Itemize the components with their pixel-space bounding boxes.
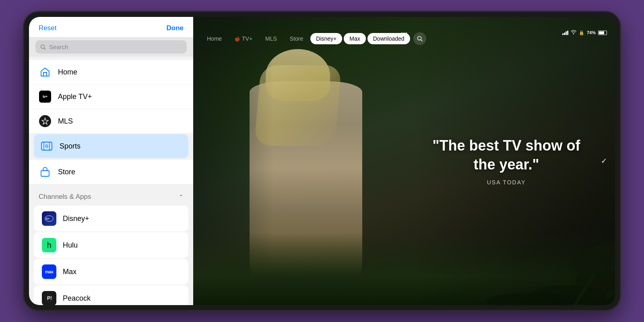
quote-text: "The best TV show of the year."	[422, 136, 591, 174]
channel-item-peacock[interactable]: P! Peacock	[34, 285, 188, 305]
lock-icon: 🔒	[579, 30, 584, 35]
reset-button[interactable]: Reset	[39, 24, 56, 32]
nav-item-home[interactable]: Home	[201, 33, 227, 44]
battery-fill	[599, 31, 604, 34]
svg-line-11	[44, 48, 46, 50]
search-placeholder: Search	[49, 43, 68, 50]
signal-bar-3	[566, 31, 567, 35]
search-bar-icon	[40, 44, 46, 50]
search-icon	[417, 36, 423, 41]
store-label: Store	[58, 168, 75, 176]
store-icon	[39, 165, 52, 178]
svg-rect-17	[41, 171, 49, 176]
max-icon: max	[42, 264, 56, 279]
sports-label: Sports	[60, 142, 80, 151]
quote-overlay: "The best TV show of the year." USA TODA…	[422, 136, 591, 186]
disney-icon: D+	[42, 211, 56, 226]
appletv-label: Apple TV+	[58, 93, 92, 101]
quote-source: USA TODAY	[422, 179, 591, 186]
hulu-icon: h	[42, 238, 56, 252]
channel-item-disney[interactable]: D+ Disney+	[34, 206, 188, 231]
signal-bar-2	[564, 33, 565, 35]
signal-bar-4	[567, 31, 568, 35]
tablet-frame: "The best TV show of the year." USA TODA…	[24, 12, 620, 310]
disney-label: Disney+	[63, 215, 89, 223]
svg-line-9	[421, 40, 422, 41]
sidebar-header: Reset Done	[29, 17, 193, 37]
channels-section-header: Channels & Apps ⌃	[29, 187, 193, 205]
tablet-inner: "The best TV show of the year." USA TODA…	[29, 17, 615, 305]
nav-items-section: Home tv+ Apple TV+	[29, 57, 193, 187]
max-label: Max	[63, 268, 76, 276]
nav-item-disney[interactable]: Disney+	[310, 33, 342, 44]
search-area: Search	[29, 37, 193, 57]
nav-item-store[interactable]: Store	[284, 33, 309, 44]
dots-indicator: •••	[401, 30, 408, 37]
hero-background: "The best TV show of the year." USA TODA…	[193, 17, 615, 305]
home-label: Home	[58, 68, 77, 76]
peacock-label: Peacock	[63, 294, 91, 303]
nav-list-item-mls[interactable]: MLS	[29, 109, 193, 133]
svg-text:D+: D+	[46, 217, 50, 220]
search-bar[interactable]: Search	[35, 40, 187, 54]
hulu-label: Hulu	[63, 241, 78, 250]
svg-marker-12	[42, 118, 48, 124]
appletv-icon: tv+	[39, 90, 52, 103]
nav-bar: Home 🍎 TV+ MLS Store Disney+ Max Downloa…	[193, 28, 615, 49]
nav-list-item-appletv[interactable]: tv+ Apple TV+	[29, 85, 193, 109]
channel-item-hulu[interactable]: h Hulu	[34, 232, 188, 258]
channel-item-max[interactable]: max Max	[34, 259, 188, 285]
mls-icon	[39, 115, 52, 128]
nav-item-max[interactable]: Max	[344, 33, 365, 44]
svg-point-16	[45, 145, 48, 147]
nav-list-item-sports[interactable]: Sports	[34, 134, 188, 158]
home-icon	[39, 66, 52, 78]
main-content: "The best TV show of the year." USA TODA…	[193, 17, 615, 305]
wifi-icon	[571, 30, 576, 35]
signal-bar-1	[562, 33, 564, 35]
channels-chevron[interactable]: ⌃	[179, 194, 184, 200]
peacock-icon: P!	[42, 291, 56, 305]
channels-section-title: Channels & Apps	[39, 193, 91, 201]
status-area: 🔒 74%	[562, 30, 607, 35]
done-button[interactable]: Done	[167, 24, 184, 32]
nav-item-mls[interactable]: MLS	[260, 33, 283, 44]
search-button[interactable]	[413, 32, 426, 45]
nav-list-item-store[interactable]: Store	[29, 160, 193, 184]
signal-bars	[562, 30, 568, 35]
svg-text:P!: P!	[47, 295, 52, 301]
sidebar: Reset Done Search	[29, 17, 193, 305]
svg-rect-13	[41, 142, 52, 150]
mls-label: MLS	[58, 117, 73, 126]
nav-list-item-home[interactable]: Home	[29, 60, 193, 84]
battery-icon	[598, 31, 607, 35]
battery-percent: 74%	[587, 30, 596, 35]
nav-item-appletv[interactable]: 🍎 TV+	[229, 33, 258, 44]
sports-icon	[40, 140, 53, 153]
checkmark-button[interactable]: ✓	[601, 157, 607, 165]
